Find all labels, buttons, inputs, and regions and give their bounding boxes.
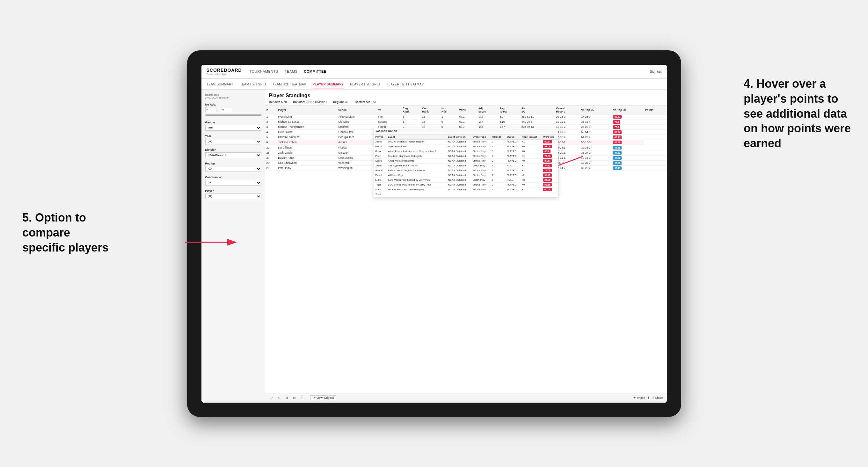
logo-area: SCOREBOARD Powered by clippi [207,68,242,75]
nav-committee[interactable]: COMMITTEE [304,68,327,74]
table-row: 1 Wenyi Ding Arizona State First 1 15 1 … [265,114,667,119]
logo-subtitle: Powered by clippi [207,73,242,75]
w-points[interactable]: 66.40 [543,188,552,191]
popup-row: Jake I The Cypress Point Classic NCAA Di… [374,163,558,168]
popup-row: Tiger SEC Stroke Play hosted by Jerry Pa… [374,182,558,187]
table-row: 2 Michael La Sasso Ole Miss Second 1 18 … [265,119,667,124]
popup-row: Jacob UNCW Seahawk Intercollegiate NCAA … [374,139,558,144]
col-no-rds: NoRds. [440,105,458,114]
w-points[interactable]: 56.18 [543,183,552,186]
col-rank: # [265,105,277,114]
points-value[interactable]: 48.68 [613,146,622,150]
main-content: Update time: 27/01/2024 16:56:26 No Rds.… [202,90,667,403]
points-value[interactable]: 68.54 [613,130,622,134]
year-filter: Year (All) [205,134,261,145]
w-points[interactable]: 46.7 [543,150,551,153]
filter-panel: Update time: 27/01/2024 16:56:26 No Rds.… [202,90,265,403]
points-value[interactable]: 39.95 [613,161,622,165]
division-select[interactable]: NCAA Division I [205,152,261,158]
no-rds-max-input[interactable] [220,107,231,112]
points-value[interactable]: 88.27 [613,115,622,119]
nav-teams[interactable]: TEAMS [285,68,298,74]
share-icon: ⤴ [652,396,654,399]
col-adj-score: Adj.Score [477,105,498,114]
right-panel: Player Standings Gender: Men Division: N… [265,90,667,403]
conference-select[interactable]: (All) [205,180,261,186]
tab-player-summary[interactable]: PLAYER SUMMARY [313,83,344,89]
no-rds-min-input[interactable] [205,107,216,112]
points-value[interactable]: 77.2 [613,125,620,129]
region-filter: Region N/A [205,162,261,172]
w-points[interactable]: 24.11 [543,164,552,167]
share-button[interactable]: ⤴ Share [652,396,663,399]
no-rds-filter: No Rds. - [205,103,261,117]
w-points[interactable]: 30.47 [543,174,552,177]
player-standings-table: # Player School Yr RegRank ConfRank NoRd… [265,105,667,171]
w-points[interactable]: 73.33 [543,154,552,158]
player-select[interactable]: (All) [205,193,261,199]
gender-chip: Gender: Men [269,100,287,103]
w-points[interactable]: 18.50 [543,168,552,172]
view-label: View: Original [316,396,334,399]
popup-row: Torhi [374,192,558,197]
popup-row: Alex C Fallen Oak Collegiate Invitationa… [374,168,558,173]
tab-player-h2h-heatmap[interactable]: PLAYER H2H HEATMAP [386,83,424,89]
bottom-toolbar: ↩ ↪ ⧉ ⊞ ⏱ 👁 View: Original 👁 Watch [265,393,667,403]
table-title: Player Standings [269,93,663,98]
popup-row: Gordi Tiger Invitational NCAA Division I… [374,144,558,149]
nav-tournaments[interactable]: TOURNAMENTS [250,68,278,74]
col-vs-top-25: Vs Top 25 [580,105,612,114]
col-vs-top-50: Vs Top 50 [612,105,644,114]
col-overall-record: OverallRecord [555,105,580,114]
nav-items: TOURNAMENTS TEAMS COMMITTEE [250,68,650,74]
popup-detail-table: Player Event Event Division Event Type R… [374,134,558,197]
sub-navigation: TEAM SUMMARY TEAM H2H GRID TEAM H2H HEAT… [202,79,667,90]
redo-button[interactable]: ↪ [277,396,282,400]
clock-button[interactable]: ⏱ [299,396,305,400]
conference-chip: Conference: All [355,100,376,103]
download-icon: ⬇ [647,396,650,399]
tab-team-h2h-grid[interactable]: TEAM H2H GRID [240,83,266,89]
col-avg-to-par: Avg.to-Par [498,105,520,114]
sign-out-button[interactable]: Sign out [650,70,662,73]
col-player: Player [277,105,337,114]
tab-player-h2h-grid[interactable]: PLAYER H2H GRID [350,83,380,89]
popup-row: Steve Amer An Intercollegiate NCAA Divis… [374,158,558,163]
year-select[interactable]: (All) [205,139,261,145]
region-select[interactable]: N/A [205,166,261,172]
download-button[interactable]: ⬇ [647,396,650,399]
copy-button[interactable]: ⧉ [284,395,289,400]
col-yr: Yr [377,105,402,114]
points-detail-popup: Jackson Kohon Player Event Event Divisio… [374,128,558,197]
popup-row: Luke I SEC Match Play hosted by Jerry Pa… [374,178,558,182]
col-avg-sg: AvgSG [520,105,555,114]
col-wins: Wins [458,105,477,114]
points-value[interactable]: 79.2 [613,120,620,124]
logo-title: SCOREBOARD [207,68,242,73]
points-value[interactable]: 40.02 [613,156,622,160]
toolbar-divider [308,395,308,400]
division-filter: Division NCAA Division I [205,148,261,158]
w-points[interactable]: 37.57 [543,159,552,162]
points-value[interactable]: 38.49 [613,166,622,170]
paste-button[interactable]: ⊞ [292,396,297,400]
points-value-hovered[interactable]: 58.18 [613,141,622,144]
popup-row: David Williams Cup NCAA Division I Strok… [374,173,558,178]
tab-team-h2h-heatmap[interactable]: TEAM H2H HEATMAP [273,83,306,89]
annotation-right-text: 4. Hover over a player's points to see a… [744,76,852,151]
undo-button[interactable]: ↩ [269,396,274,400]
col-school: School [337,105,377,114]
watch-button[interactable]: 👁 Watch [633,396,645,399]
col-conf-rank: ConfRank [421,105,440,114]
w-points[interactable]: 60.64 [543,140,552,144]
points-value[interactable]: 40.27 [613,151,622,155]
tab-team-summary[interactable]: TEAM SUMMARY [207,83,234,89]
w-points[interactable]: 25.98 [543,178,552,182]
w-points[interactable]: 53.60 [543,145,552,148]
gender-select[interactable]: Men Women [205,125,261,131]
no-rds-slider[interactable] [205,115,261,116]
points-value[interactable]: 60.49 [613,135,622,139]
view-original-button[interactable]: 👁 View: Original [310,395,336,400]
update-time: Update time: 27/01/2024 16:56:26 [205,93,261,99]
table-filter-row: Gender: Men Division: NCAA Division I Re… [269,100,663,103]
